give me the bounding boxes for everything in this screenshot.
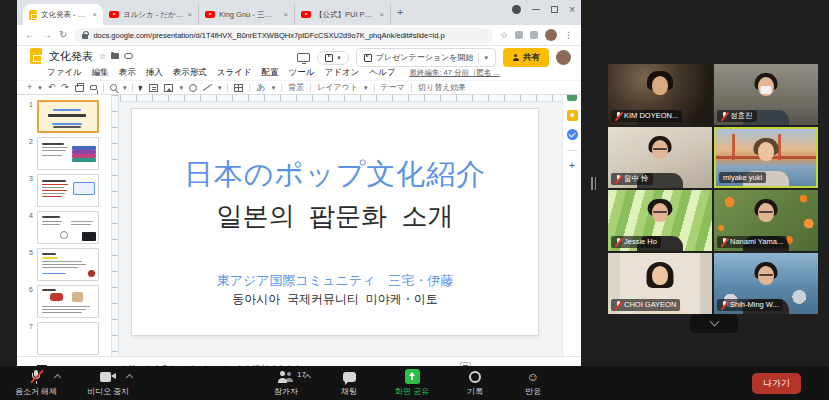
slide-title-japanese[interactable]: 日本のポップ文化紹介: [132, 155, 538, 195]
leave-meeting-button[interactable]: 나가기: [752, 373, 801, 394]
close-tab-icon[interactable]: ×: [92, 10, 97, 19]
video-tile-active-speaker[interactable]: miyake yuki: [714, 127, 818, 188]
reactions-button[interactable]: ☺ 반응: [510, 369, 556, 397]
chat-button[interactable]: 채팅: [326, 369, 372, 397]
chevron-down-icon[interactable]: ▾: [364, 84, 368, 92]
chevron-down-icon[interactable]: ▾: [38, 84, 42, 92]
quick-present-pill[interactable]: ▾: [317, 51, 349, 65]
restore-icon[interactable]: [551, 6, 558, 13]
chevron-down-icon[interactable]: ▾: [272, 84, 276, 92]
panel-drag-handle[interactable]: [591, 177, 596, 190]
slide-byline-korean[interactable]: 동아시아 국제커뮤니티 미야케・이토: [132, 291, 538, 308]
menu-addons[interactable]: アドオン: [325, 67, 360, 79]
menu-insert[interactable]: 挿入: [146, 67, 163, 79]
move-folder-icon[interactable]: [111, 53, 119, 59]
slide-thumbnail-5[interactable]: [37, 248, 99, 281]
chevron-down-icon[interactable]: ▾: [179, 84, 183, 92]
chevron-down-icon[interactable]: ▾: [123, 84, 127, 92]
undo-button[interactable]: ↶: [48, 83, 56, 92]
star-document-icon[interactable]: ☆: [99, 52, 106, 61]
browser-profile-icon[interactable]: [512, 5, 521, 14]
save-status-cloud-icon[interactable]: [124, 53, 133, 59]
video-tile[interactable]: 畠中 怜: [608, 127, 712, 188]
video-tile[interactable]: 정효진: [714, 64, 818, 125]
video-tile[interactable]: Shih-Ming W...: [714, 253, 818, 314]
insert-shape-button[interactable]: [189, 84, 197, 92]
bookmark-star-icon[interactable]: ☆: [500, 31, 508, 40]
menu-edit[interactable]: 編集: [92, 67, 109, 79]
calendar-icon[interactable]: [567, 95, 577, 101]
back-icon[interactable]: ←: [25, 30, 35, 40]
slide-thumbnail-2[interactable]: [37, 137, 99, 170]
document-title[interactable]: 文化発表: [49, 49, 93, 64]
close-tab-icon[interactable]: ×: [187, 10, 192, 19]
present-display-icon[interactable]: [297, 53, 310, 62]
menu-slide[interactable]: スライド: [217, 67, 252, 79]
text-box-button[interactable]: [149, 84, 158, 92]
video-options-chevron-icon[interactable]: [126, 374, 133, 381]
print-button[interactable]: [75, 85, 84, 92]
reload-icon[interactable]: ↻: [59, 30, 67, 40]
text-tool-button[interactable]: あ: [256, 83, 265, 92]
kebab-menu-icon[interactable]: ⋮: [564, 31, 573, 40]
menu-format[interactable]: 表示形式: [173, 67, 207, 79]
record-button[interactable]: 기록: [452, 369, 498, 397]
slide-thumbnail-6[interactable]: [37, 285, 99, 318]
address-field[interactable]: docs.google.com/presentation/d/1T4fHVX_B…: [74, 28, 493, 43]
tab-youtube-2[interactable]: King Gnu - 三文小説 - YouTube ×: [199, 4, 295, 25]
menu-arrange[interactable]: 配置: [262, 67, 279, 79]
slide-title-korean[interactable]: 일본의 팝문화 소개: [132, 199, 538, 234]
zoom-tool-icon[interactable]: [110, 84, 117, 91]
select-cursor-icon[interactable]: [139, 84, 144, 91]
keep-icon[interactable]: [567, 110, 578, 121]
stop-video-button[interactable]: 비디오 중지: [80, 369, 136, 397]
account-avatar[interactable]: [556, 50, 571, 65]
insert-image-button[interactable]: [164, 84, 173, 92]
slide-thumbnail-7[interactable]: [37, 322, 99, 355]
new-tab-button[interactable]: +: [397, 6, 403, 20]
slide-thumbnail-3[interactable]: [37, 174, 99, 207]
collapse-video-panel-button[interactable]: [690, 314, 738, 333]
insert-table-button[interactable]: [234, 84, 243, 92]
video-tile[interactable]: CHOI GAYEON: [608, 253, 712, 314]
tab-youtube-1[interactable]: ヨルシカ - だから僕は音楽を辞めた... ×: [103, 4, 199, 25]
participants-button[interactable]: 17 참가자: [258, 369, 314, 397]
tasks-icon[interactable]: [567, 129, 578, 140]
video-tile[interactable]: Jessie Ho: [608, 190, 712, 251]
close-tab-icon[interactable]: ×: [379, 10, 384, 19]
share-button[interactable]: 共有: [503, 48, 549, 67]
layout-button[interactable]: レイアウト: [317, 82, 358, 93]
tab-youtube-3[interactable]: 【公式】PUI PUI モルカー 第1話... ×: [295, 4, 391, 25]
new-slide-button[interactable]: +: [27, 83, 32, 92]
insert-line-button[interactable]: [203, 83, 212, 92]
menu-view[interactable]: 表示: [119, 67, 136, 79]
slide-thumbnail-4[interactable]: [37, 211, 99, 244]
share-screen-button[interactable]: 화면 공유: [384, 369, 440, 397]
extension-icon[interactable]: [515, 31, 523, 39]
unmute-button[interactable]: 음소거 해제: [8, 369, 64, 397]
last-edited-link[interactable]: 最終編集: 47 分前（匿名 ...: [409, 68, 499, 78]
close-window-icon[interactable]: ×: [569, 6, 575, 14]
minimize-icon[interactable]: [532, 9, 540, 11]
forward-icon[interactable]: →: [42, 30, 52, 40]
chevron-down-icon[interactable]: ▾: [218, 84, 222, 92]
audio-options-chevron-icon[interactable]: [54, 374, 61, 381]
menu-file[interactable]: ファイル: [47, 67, 82, 79]
theme-button[interactable]: テーマ: [381, 82, 405, 93]
start-presentation-button[interactable]: プレゼンテーションを開始 ▾: [356, 48, 496, 67]
redo-button[interactable]: ↷: [61, 83, 69, 92]
browser-avatar[interactable]: [545, 29, 557, 41]
video-tile[interactable]: Nanami Yama...: [714, 190, 818, 251]
slide-thumbnail-1[interactable]: [37, 100, 99, 133]
get-addons-icon[interactable]: +: [569, 160, 575, 170]
video-tile[interactable]: KIM DOYEON...: [608, 64, 712, 125]
extension-icon[interactable]: [530, 31, 538, 39]
paint-format-button[interactable]: [90, 85, 97, 90]
menu-tools[interactable]: ツール: [289, 67, 315, 79]
transition-button[interactable]: 切り替え効果: [418, 82, 466, 93]
background-button[interactable]: 背景: [288, 82, 304, 93]
current-slide[interactable]: 日本のポップ文化紹介 일본의 팝문화 소개 東アジア国際コミュニティ 三宅・伊藤…: [131, 108, 539, 336]
menu-help[interactable]: ヘルプ: [369, 67, 395, 79]
slide-byline-japanese[interactable]: 東アジア国際コミュニティ 三宅・伊藤: [132, 272, 538, 290]
close-tab-icon[interactable]: ×: [283, 10, 288, 19]
